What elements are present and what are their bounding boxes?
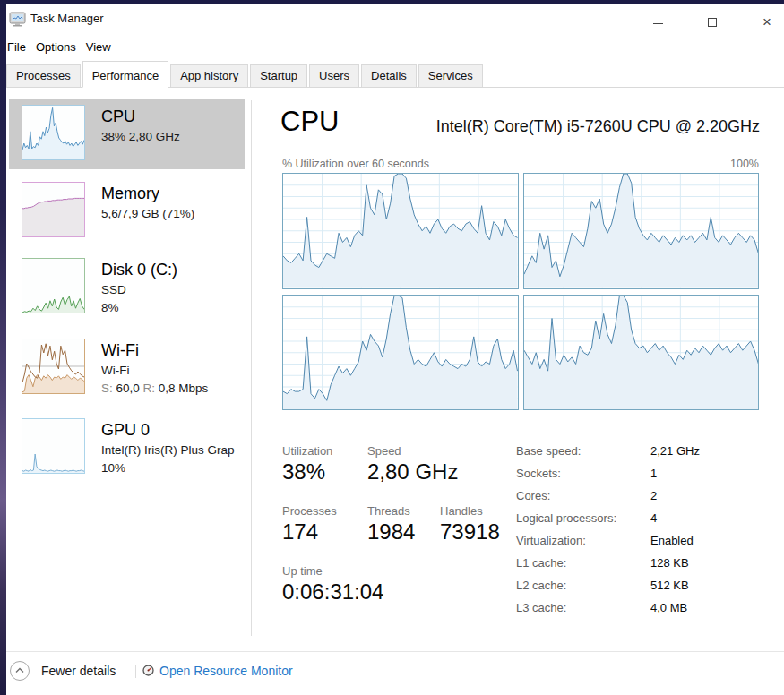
tab-details[interactable]: Details <box>361 64 417 88</box>
desktop-edge-left <box>0 0 6 695</box>
fewer-details-label[interactable]: Fewer details <box>41 664 116 678</box>
memory-sparkline <box>22 182 85 237</box>
spec-base-speed: Base speed:2,21 GHz <box>516 444 776 467</box>
sidebar-item-memory[interactable]: Memory 5,6/7,9 GB (71%) <box>9 176 245 243</box>
cpu-graph-core-3[interactable] <box>523 295 760 411</box>
minimize-button[interactable] <box>638 10 677 35</box>
close-button[interactable]: × <box>747 10 784 35</box>
chart-max-label: 100% <box>730 158 759 170</box>
close-icon: × <box>762 13 771 30</box>
cpu-graph-core-1[interactable] <box>523 173 760 289</box>
page-title: CPU <box>280 106 339 138</box>
gpu-sparkline <box>22 418 85 474</box>
footer-bar: Fewer details Open Resource Monitor <box>0 652 784 695</box>
stat-threads: Threads 1984 <box>367 504 415 545</box>
open-resource-monitor-link[interactable]: Open Resource Monitor <box>159 664 293 678</box>
maximize-button[interactable] <box>693 10 732 35</box>
sidebar-item-disk[interactable]: Disk 0 (C:) SSD 8% <box>9 252 245 322</box>
sidebar-wifi-adapter: Wi-Fi <box>101 362 246 380</box>
sidebar-disk-type: SSD <box>101 281 246 299</box>
disk-sparkline <box>22 258 85 313</box>
sidebar-disk-stats: 8% <box>101 299 246 317</box>
stat-handles: Handles 73918 <box>440 504 500 545</box>
sidebar-item-cpu[interactable]: CPU 38% 2,80 GHz <box>9 99 245 169</box>
stat-speed: Speed 2,80 GHz <box>367 444 458 485</box>
menu-file[interactable]: File <box>6 39 27 58</box>
cpu-spec-list: Base speed:2,21 GHz Sockets:1 Cores:2 Lo… <box>516 444 776 623</box>
menu-view[interactable]: View <box>85 39 112 58</box>
cpu-graph-core-0[interactable] <box>282 173 519 289</box>
resource-monitor-icon <box>142 665 154 676</box>
tab-strip: Processes Performance App history Startu… <box>6 63 784 88</box>
spec-l3-cache: L3 cache:4,0 MB <box>516 601 776 623</box>
menu-bar: File Options View <box>6 39 112 58</box>
title-bar[interactable]: Task Manager × <box>6 4 784 35</box>
sidebar-memory-title: Memory <box>101 183 246 205</box>
sidebar-gpu-stats: 10% <box>101 459 246 477</box>
tab-performance[interactable]: Performance <box>82 61 168 88</box>
stat-utilization: Utilization 38% <box>282 444 332 485</box>
task-manager-icon <box>9 12 27 28</box>
tab-app-history[interactable]: App history <box>170 64 248 88</box>
cpu-sparkline <box>22 105 85 160</box>
cpu-graph-core-2[interactable] <box>282 295 519 411</box>
spec-l1-cache: L1 cache:128 KB <box>516 556 776 579</box>
tab-startup[interactable]: Startup <box>250 64 307 88</box>
sidebar-item-wifi[interactable]: Wi-Fi Wi-Fi S: 60,0 R: 0,8 Mbps <box>9 332 245 402</box>
menu-options[interactable]: Options <box>35 39 77 58</box>
chart-caption: % Utilization over 60 seconds <box>282 158 429 170</box>
sidebar-wifi-stats: S: 60,0 R: 0,8 Mbps <box>101 380 246 398</box>
footer-separator <box>135 665 136 678</box>
spec-sockets: Sockets:1 <box>516 467 776 489</box>
sidebar-disk-title: Disk 0 (C:) <box>101 259 246 281</box>
sidebar-memory-stats: 5,6/7,9 GB (71%) <box>101 205 246 223</box>
sidebar-cpu-stats: 38% 2,80 GHz <box>101 128 246 146</box>
fewer-details-button[interactable] <box>10 661 30 681</box>
stat-processes: Processes 174 <box>282 504 337 545</box>
minimize-icon <box>653 23 663 24</box>
stat-uptime: Up time 0:06:31:04 <box>282 564 383 605</box>
tab-processes[interactable]: Processes <box>6 64 81 88</box>
spec-virtualization: Virtualization:Enabled <box>516 534 776 556</box>
sidebar-divider <box>251 100 252 636</box>
spec-l2-cache: L2 cache:512 KB <box>516 579 776 601</box>
chevron-up-icon <box>11 662 29 680</box>
sidebar-item-gpu[interactable]: GPU 0 Intel(R) Iris(R) Plus Grap 10% <box>9 412 245 482</box>
tab-users[interactable]: Users <box>309 64 359 88</box>
desktop-edge-top <box>0 0 784 4</box>
window-title: Task Manager <box>30 12 104 25</box>
spec-cores: Cores:2 <box>516 489 776 511</box>
wifi-sparkline <box>22 339 85 394</box>
sidebar-wifi-title: Wi-Fi <box>101 339 246 362</box>
sidebar-gpu-name: Intel(R) Iris(R) Plus Grap <box>101 442 246 459</box>
maximize-icon <box>708 18 717 27</box>
spec-logical-processors: Logical processors:4 <box>516 511 776 534</box>
tab-services[interactable]: Services <box>418 64 483 88</box>
sidebar-cpu-title: CPU <box>101 106 246 128</box>
sidebar-gpu-title: GPU 0 <box>101 419 246 442</box>
cpu-utilization-graphs <box>282 173 759 410</box>
cpu-model-name: Intel(R) Core(TM) i5-7260U CPU @ 2.20GHz <box>436 117 760 136</box>
